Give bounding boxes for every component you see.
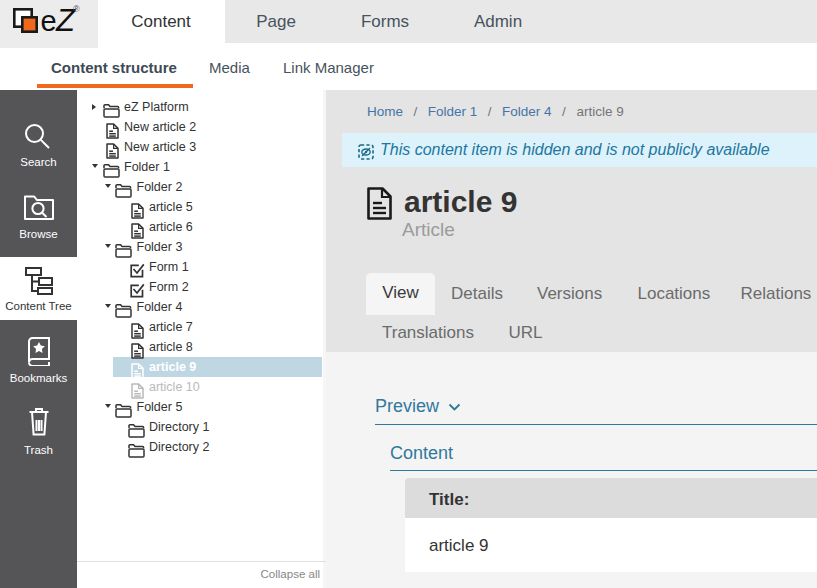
svg-text:®: ® [73,4,80,14]
svg-text:e: e [41,5,57,37]
